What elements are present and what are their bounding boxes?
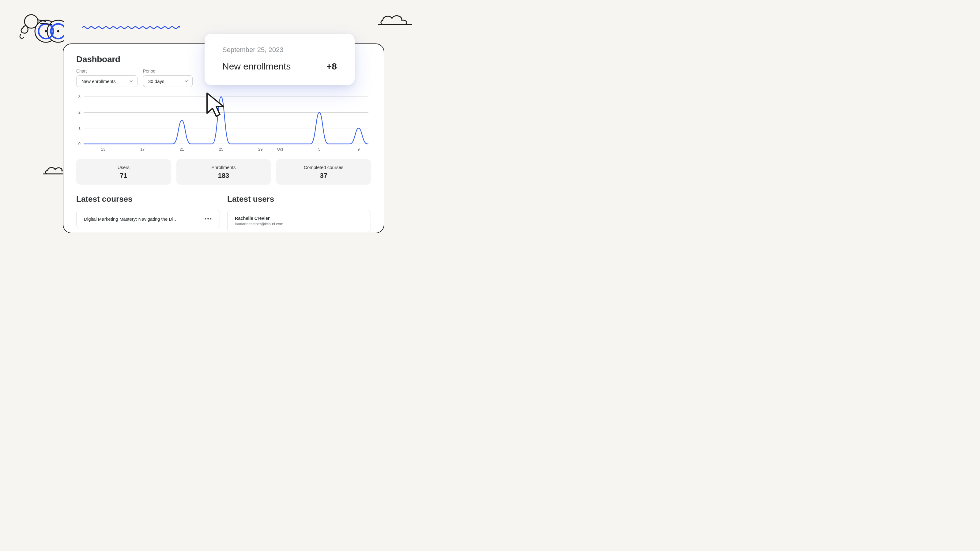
user-row[interactable]: Rachelle Crevier laurianneselber@icloud.… (227, 210, 371, 232)
chart-select[interactable]: New enrollments (76, 75, 137, 87)
squiggle-underline (82, 25, 180, 30)
tooltip-label: New enrollments (222, 61, 291, 71)
cloud-illustration (377, 11, 414, 27)
user-name: Rachelle Crevier (235, 216, 270, 221)
stat-card-enrollments[interactable]: Enrollments 183 (177, 159, 271, 184)
tooltip-date: September 25, 2023 (222, 46, 337, 54)
svg-text:9: 9 (357, 147, 360, 151)
svg-text:2: 2 (78, 110, 81, 114)
svg-text:17: 17 (140, 147, 145, 151)
svg-text:13: 13 (101, 147, 105, 151)
latest-users-section: Latest users Rachelle Crevier lauriannes… (227, 194, 371, 232)
stat-card-completed[interactable]: Completed courses 37 (276, 159, 371, 184)
stat-label: Users (76, 165, 171, 170)
course-name: Digital Marketing Mastery: Navigating th… (84, 216, 178, 222)
svg-text:29: 29 (258, 147, 262, 151)
stat-cards: Users 71 Enrollments 183 Completed cours… (76, 159, 371, 184)
latest-courses-heading: Latest courses (76, 194, 220, 204)
latest-users-heading: Latest users (227, 194, 371, 204)
chart-tooltip: September 25, 2023 New enrollments +8 (205, 34, 355, 85)
svg-text:5: 5 (318, 147, 320, 151)
svg-text:3: 3 (78, 95, 81, 99)
svg-text:25: 25 (219, 147, 223, 151)
svg-point-5 (45, 30, 47, 32)
chart-select-value: New enrollments (81, 79, 116, 84)
chevron-down-icon (185, 79, 188, 83)
chart-select-label: Chart (76, 68, 137, 73)
stat-value: 183 (177, 172, 271, 180)
chevron-down-icon (129, 79, 133, 83)
svg-text:0: 0 (78, 141, 81, 146)
more-icon[interactable]: ••• (205, 216, 212, 222)
latest-courses-section: Latest courses Digital Marketing Mastery… (76, 194, 220, 232)
period-select-label: Period (143, 68, 192, 73)
stat-label: Completed courses (276, 165, 371, 170)
stat-value: 71 (76, 172, 171, 180)
binoculars-illustration (9, 9, 64, 44)
period-select-value: 30 days (148, 79, 164, 84)
svg-text:Oct: Oct (277, 147, 283, 151)
stat-label: Enrollments (177, 165, 271, 170)
course-row[interactable]: Digital Marketing Mastery: Navigating th… (76, 210, 220, 228)
svg-text:21: 21 (180, 147, 184, 151)
svg-point-6 (57, 30, 59, 32)
user-email: laurianneselber@icloud.com (235, 222, 283, 226)
tooltip-value: +8 (326, 61, 337, 71)
cursor-icon (205, 91, 227, 120)
svg-text:1: 1 (78, 126, 81, 130)
stat-value: 37 (276, 172, 371, 180)
stat-card-users[interactable]: Users 71 (76, 159, 171, 184)
period-select[interactable]: 30 days (143, 75, 192, 87)
